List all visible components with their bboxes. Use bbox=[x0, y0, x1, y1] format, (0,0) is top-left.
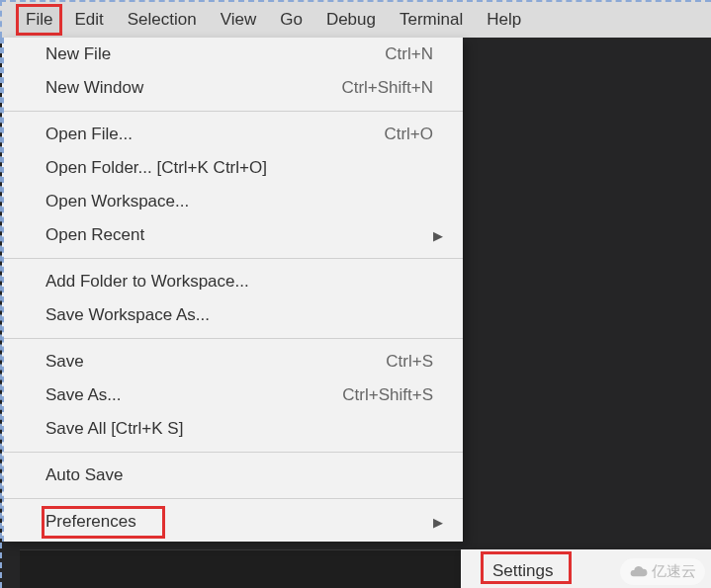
menu-item-label: Save Workspace As... bbox=[45, 305, 210, 325]
menu-item-label: Open Recent bbox=[45, 225, 144, 245]
menu-item-label: Open Folder... [Ctrl+K Ctrl+O] bbox=[45, 158, 267, 178]
menu-item-label: New File bbox=[45, 44, 111, 64]
menubar-item-debug[interactable]: Debug bbox=[314, 5, 388, 35]
menu-item-shortcut: Ctrl+S bbox=[386, 352, 433, 372]
menu-item-open-workspace[interactable]: Open Workspace... bbox=[4, 185, 463, 218]
menu-item-label: Save bbox=[45, 352, 84, 372]
menubar-item-terminal[interactable]: Terminal bbox=[388, 5, 475, 35]
menu-item-new-file[interactable]: New File Ctrl+N bbox=[4, 38, 463, 71]
cloud-icon bbox=[629, 562, 648, 581]
menu-item-shortcut: Ctrl+N bbox=[385, 44, 433, 64]
menu-item-label: Save As... bbox=[45, 385, 122, 405]
menu-item-add-folder-workspace[interactable]: Add Folder to Workspace... bbox=[4, 265, 463, 298]
menu-separator bbox=[4, 111, 463, 112]
menu-item-shortcut: Ctrl+Shift+S bbox=[342, 385, 433, 405]
menu-item-label: Open File... bbox=[45, 125, 133, 144]
menubar: File Edit Selection View Go Debug Termin… bbox=[0, 0, 711, 38]
menu-item-open-recent[interactable]: Open Recent ▶ bbox=[4, 218, 463, 252]
menu-item-label: New Window bbox=[45, 78, 143, 98]
menu-item-save[interactable]: Save Ctrl+S bbox=[4, 345, 463, 378]
menu-item-preferences[interactable]: Preferences ▶ bbox=[4, 505, 463, 542]
chevron-right-icon: ▶ bbox=[433, 228, 443, 243]
file-menu-dropdown: New File Ctrl+N New Window Ctrl+Shift+N … bbox=[2, 38, 463, 542]
menubar-item-help[interactable]: Help bbox=[475, 5, 533, 35]
menubar-item-go[interactable]: Go bbox=[268, 5, 314, 35]
watermark: 亿速云 bbox=[620, 558, 705, 585]
menubar-item-file[interactable]: File bbox=[16, 4, 62, 36]
menu-item-shortcut: Ctrl+Shift+N bbox=[341, 78, 433, 98]
menu-separator bbox=[4, 452, 463, 453]
menu-item-label: Add Folder to Workspace... bbox=[45, 272, 249, 292]
menu-item-open-folder[interactable]: Open Folder... [Ctrl+K Ctrl+O] bbox=[4, 151, 463, 185]
menu-separator bbox=[4, 338, 463, 339]
menubar-item-edit[interactable]: Edit bbox=[62, 5, 115, 35]
menu-item-label: Save All [Ctrl+K S] bbox=[45, 419, 183, 439]
menu-item-save-all[interactable]: Save All [Ctrl+K S] bbox=[4, 412, 463, 446]
menu-separator bbox=[4, 498, 463, 499]
menubar-item-selection[interactable]: Selection bbox=[116, 5, 209, 35]
menu-item-label: Preferences bbox=[45, 512, 136, 532]
menu-item-open-file[interactable]: Open File... Ctrl+O bbox=[4, 118, 463, 151]
watermark-text: 亿速云 bbox=[652, 562, 696, 581]
menu-item-label: Open Workspace... bbox=[45, 192, 189, 211]
menu-item-label: Auto Save bbox=[45, 465, 123, 485]
menubar-item-view[interactable]: View bbox=[209, 5, 269, 35]
menu-item-save-as[interactable]: Save As... Ctrl+Shift+S bbox=[4, 378, 463, 412]
menu-separator bbox=[4, 258, 463, 259]
menu-item-auto-save[interactable]: Auto Save bbox=[4, 459, 463, 492]
menu-item-shortcut: Ctrl+O bbox=[384, 125, 433, 144]
menu-item-new-window[interactable]: New Window Ctrl+Shift+N bbox=[4, 71, 463, 105]
menu-item-save-workspace-as[interactable]: Save Workspace As... bbox=[4, 298, 463, 332]
chevron-right-icon: ▶ bbox=[433, 515, 443, 530]
